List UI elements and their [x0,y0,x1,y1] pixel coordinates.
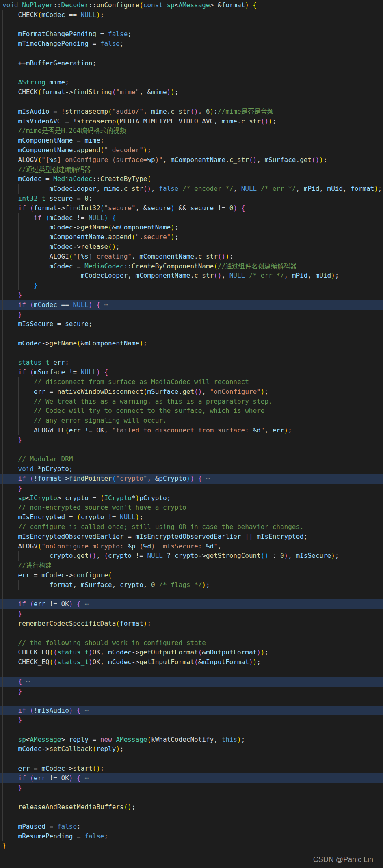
code-token: if [18,368,26,376]
code-line[interactable] [0,348,383,358]
code-line[interactable] [0,49,383,58]
code-line[interactable] [0,445,383,455]
code-line[interactable] [0,97,383,107]
code-line[interactable]: err = mCodec->configure( [0,570,383,580]
code-line[interactable]: } [0,609,383,619]
code-line[interactable]: mPaused = false; [0,822,383,831]
code-line[interactable] [0,329,383,339]
code-line[interactable]: // configure is called once; still using… [0,522,383,532]
code-line[interactable]: if (err != OK) { ⋯ [0,599,383,609]
code-token: ) [171,233,175,241]
folded-region-indicator[interactable]: ⋯ [84,774,89,782]
code-line[interactable]: mIsEncrypted = (crypto != NULL); [0,512,383,522]
code-line[interactable]: //通过类型创建编解码器 [0,165,383,175]
code-line[interactable]: mCodec = MediaCodec::CreateByType( [0,174,383,184]
code-line[interactable]: if (!format->findPointer("crypto", &pCry… [0,474,383,484]
code-line[interactable]: // Codec will try to connect to the surf… [0,406,383,416]
code-line[interactable]: if (mCodec != NULL) { [0,213,383,223]
code-line[interactable]: void NuPlayer::Decoder::onConfigure(cons… [0,0,383,10]
folded-region-indicator[interactable]: ⋯ [104,301,109,309]
code-line[interactable]: CHECK_EQ((status_t)OK, mCodec->getOutput… [0,648,383,657]
code-line[interactable]: mComponentName.append(".secure"); [0,232,383,242]
code-line[interactable]: CHECK_EQ((status_t)OK, mCodec->getInputF… [0,657,383,667]
code-line[interactable]: CHECK(format->findString("mime", &mime))… [0,87,383,97]
code-line[interactable]: mFormatChangePending = false; [0,29,383,39]
code-line[interactable]: if (mCodec == NULL) { ⋯ [0,300,383,310]
code-line[interactable] [0,590,383,600]
code-line[interactable]: mCodecLooper, mime.c_str(), false /* enc… [0,184,383,194]
code-line[interactable]: CHECK(mCodec == NULL); [0,10,383,20]
code-line[interactable]: ALOGI("[%s] creating", mComponentName.c_… [0,252,383,261]
code-line[interactable]: mIsAudio = !strncasecmp("audio/", mime.c… [0,107,383,117]
code-line[interactable]: format, mSurface, crypto, 0 /* flags */)… [0,580,383,590]
code-line[interactable]: // Modular DRM [0,454,383,464]
code-line[interactable]: } [0,290,383,300]
code-line[interactable]: if (!mIsAudio) { ⋯ [0,706,383,715]
code-line[interactable]: mComponentName = mime; [0,136,383,145]
code-line[interactable]: //进行构建 [0,561,383,570]
code-line[interactable] [0,667,383,677]
code-line[interactable]: ++mBufferGeneration; [0,58,383,68]
code-line[interactable]: err = nativeWindowDisconnect(mSurface.ge… [0,387,383,397]
code-line[interactable] [0,792,383,802]
indent-guide [2,667,6,677]
code-line[interactable]: mResumePending = false; [0,831,383,841]
code-line[interactable]: mTimeChangePending = false; [0,39,383,49]
code-line[interactable]: // We treat this as a warning, as this i… [0,397,383,406]
code-line[interactable]: //mime是否是H.264编码格式的视频 [0,126,383,136]
folded-region-indicator[interactable]: ⋯ [84,706,89,714]
code-line[interactable]: } [0,715,383,725]
code-line[interactable]: if (format->findInt32("secure", &secure)… [0,203,383,213]
code-line[interactable]: void *pCrypto; [0,464,383,474]
code-token [2,639,18,647]
code-line[interactable]: } [0,687,383,696]
code-line[interactable]: if (mSurface != NULL) { [0,367,383,377]
code-line[interactable]: int32_t secure = 0; [0,194,383,203]
code-line[interactable] [0,696,383,706]
code-line[interactable]: mIsSecure = secure; [0,319,383,329]
code-line[interactable] [0,628,383,638]
code-line[interactable]: mIsEncryptedObservedEarlier = mIsEncrypt… [0,532,383,542]
code-line[interactable]: } [0,484,383,493]
folded-region-indicator[interactable]: ⋯ [206,475,210,482]
code-line[interactable] [0,725,383,735]
code-line[interactable]: // the following should work in configur… [0,638,383,648]
code-line[interactable]: } [0,435,383,445]
code-line[interactable]: } [0,310,383,320]
code-line[interactable]: sp<ICrypto> crypto = (ICrypto*)pCrypto; [0,493,383,503]
code-token: %d [253,426,261,434]
code-line[interactable]: // any error signaling will occur. [0,416,383,425]
code-line[interactable] [0,68,383,78]
code-line[interactable]: sp<AMessage> reply = new AMessage(kWhatC… [0,735,383,745]
code-line[interactable]: { ⋯ [0,677,383,687]
code-line[interactable]: mCodec->getName(&mComponentName); [0,339,383,348]
code-line[interactable]: mCodec->getName(&mComponentName); [0,222,383,232]
code-line[interactable]: rememberCodecSpecificData(format); [0,619,383,628]
code-line[interactable]: // disconnect from surface as MediaCodec… [0,377,383,387]
code-line[interactable]: crypto.get(), (crypto != NULL ? crypto->… [0,551,383,561]
code-line[interactable]: mCodec = MediaCodec::CreateByComponentNa… [0,261,383,271]
code-line[interactable]: mComponentName.append(" decoder"); [0,145,383,155]
code-line[interactable]: ALOGW_IF(err != OK, "failed to disconnec… [0,425,383,435]
code-line[interactable]: mCodec->release(); [0,242,383,252]
code-line[interactable]: ALOGV("onConfigure mCrypto: %p (%d) mIsS… [0,542,383,551]
code-line[interactable] [0,812,383,822]
code-line[interactable] [0,754,383,764]
code-line[interactable]: mCodec->setCallback(reply); [0,744,383,754]
code-line[interactable]: status_t err; [0,358,383,367]
code-line[interactable]: } [0,783,383,793]
code-line[interactable] [0,20,383,30]
code-line[interactable]: mIsVideoAVC = !strcasecmp(MEDIA_MIMETYPE… [0,117,383,126]
code-line[interactable]: } [0,841,383,851]
code-line[interactable]: if (err != OK) { ⋯ [0,773,383,783]
folded-region-indicator[interactable]: ⋯ [26,678,30,685]
code-line[interactable]: // non-encrypted source won't have a cry… [0,503,383,512]
folded-region-indicator[interactable]: ⋯ [84,600,89,608]
code-line[interactable]: releaseAndResetMediaBuffers(); [0,802,383,812]
code-line[interactable]: ALOGV("[%s] onConfigure (surface=%p)", m… [0,155,383,165]
code-line[interactable]: AString mime; [0,78,383,87]
code-token: -> [73,243,80,250]
code-line[interactable]: mCodecLooper, mComponentName.c_str(), NU… [0,271,383,281]
code-line[interactable]: err = mCodec->start(); [0,764,383,773]
code-line[interactable]: } [0,281,383,290]
